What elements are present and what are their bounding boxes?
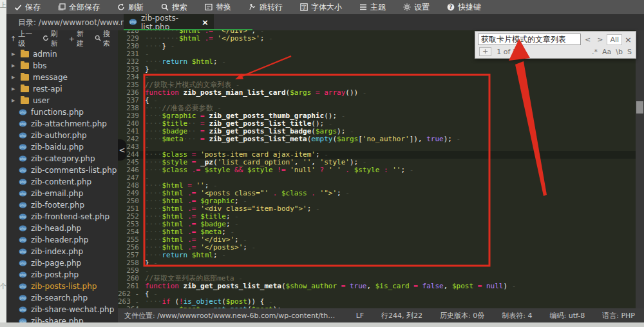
chevron-right-icon[interactable]: ▶ [12, 98, 17, 103]
code-line-261[interactable]: 261function zib_get_posts_list_meta($sho… [118, 282, 636, 290]
tree-file-zib-category.php[interactable]: phpzib-category.php [6, 153, 118, 164]
folder-label: message [33, 73, 68, 82]
svg-text:php: php [20, 203, 26, 208]
background-window-text: 上 [0, 1, 6, 10]
sidebar-refresh-button[interactable]: 刷新 [43, 30, 62, 48]
settings-icon [403, 3, 411, 11]
tree-file-zib-posts-list.php[interactable]: phpzib-posts-list.php [6, 281, 118, 292]
save-button[interactable]: 保存 [14, 2, 41, 13]
php-icon: php [19, 260, 27, 266]
file-label: zib-attachment.php [31, 119, 107, 128]
search-button[interactable]: 搜索 [161, 2, 187, 13]
tree-file-zib-email.php[interactable]: phpzib-email.php [6, 188, 118, 199]
save-all-button[interactable]: 全部保存 [58, 2, 100, 13]
tree-file-functions.php[interactable]: phpfunctions.php [6, 106, 118, 118]
tree-file-zib-header.php[interactable]: phpzib-header.php [6, 234, 118, 246]
sidebar-collapse-handle[interactable]: < [118, 139, 126, 161]
chevron-right-icon[interactable]: ▶ [12, 75, 17, 80]
status-history: 历史版本: 0份 [440, 311, 484, 321]
code-line-242[interactable]: 242····$meta··· = zib_get_posts_list_met… [118, 135, 636, 143]
tree-file-zib-footer.php[interactable]: phpzib-footer.php [6, 199, 118, 211]
tab-close-icon[interactable]: × [202, 17, 209, 27]
tree-file-zib-frontend-set.php[interactable]: phpzib-frontend-set.php [6, 211, 118, 223]
case-toggle[interactable]: Aa [602, 48, 611, 56]
regex-toggle[interactable]: .* [592, 48, 598, 56]
line-content: ····} - [145, 43, 175, 50]
word-toggle[interactable]: \b [616, 48, 623, 56]
search-next-button[interactable]: > [594, 35, 605, 45]
code-line-246[interactable]: 246····$class .= $style && $style != 'nu… [118, 166, 636, 174]
search-all-button[interactable]: All [607, 34, 622, 45]
code-line-236[interactable]: 236function zib_posts_mian_list_card($ar… [118, 89, 636, 97]
code-line-257[interactable]: 257····return $html; - [118, 252, 636, 259]
svg-text:php: php [20, 319, 26, 322]
code-line-258[interactable]: 258} - [118, 259, 636, 267]
font-size-icon: 字 [300, 3, 308, 11]
save-icon [14, 4, 22, 11]
editor-scrollbar-thumb[interactable] [636, 101, 643, 114]
php-icon: php [19, 155, 27, 162]
file-label: zib-email.php [31, 189, 83, 198]
chevron-right-icon[interactable]: ▶ [12, 86, 17, 92]
refresh-button[interactable]: 刷新 [117, 2, 144, 13]
file-label: zib-index.php [31, 247, 83, 256]
svg-text:php: php [20, 157, 26, 161]
sidebar-search-button[interactable]: 搜索 [95, 30, 114, 48]
line-content: ····$class .= $style && $style != 'null'… [145, 166, 413, 174]
tree-file-zib-baidu.php[interactable]: phpzib-baidu.php [6, 141, 118, 153]
tree-folder-admin[interactable]: ▶admin [6, 48, 118, 60]
refresh-label: 刷新 [128, 2, 144, 13]
editor-window: 上 个 保存 全部保存 刷新 搜索 替换 跳转行 字 字体大小 [0, 0, 644, 327]
tree-file-zib-share.php[interactable]: phpzib-share.php [6, 315, 118, 322]
php-icon: php [19, 213, 27, 220]
tree-folder-message[interactable]: ▶message [6, 72, 118, 83]
up-level-button[interactable]: ↑ 上一级 [10, 30, 35, 48]
tree-file-zib-post.php[interactable]: phpzib-post.php [6, 269, 118, 281]
file-label: zib-head.php [31, 224, 81, 233]
new-file-button[interactable]: + 新建 [69, 30, 88, 48]
code-editor[interactable]: 228········$html .= '</div>'; -229······… [118, 30, 636, 308]
tree-folder-user[interactable]: ▶user [6, 95, 118, 106]
tree-file-zib-index.php[interactable]: phpzib-index.php [6, 246, 118, 257]
tree-file-zib-head.php[interactable]: phpzib-head.php [6, 223, 118, 234]
svg-text:php: php [20, 168, 26, 173]
status-encoding: 编码: utf-8 [550, 311, 585, 321]
search-panel-row1: < > All × [475, 32, 636, 46]
tree-file-zib-page.php[interactable]: phpzib-page.php [6, 257, 118, 269]
php-icon: php [19, 237, 27, 243]
tree-file-zib-comments-list.php[interactable]: phpzib-comments-list.php [6, 164, 118, 176]
status-eol: LF [356, 312, 364, 320]
tree-folder-bbs[interactable]: ▶bbs [6, 60, 118, 72]
shortcuts-button[interactable]: ? 快捷键 [447, 2, 481, 13]
goto-line-button[interactable]: 跳转行 [249, 2, 283, 13]
search-close-icon[interactable]: × [623, 35, 633, 45]
svg-text:php: php [20, 192, 26, 196]
search-add-button[interactable]: + [479, 47, 491, 56]
line-content: function zib_get_posts_list_meta($show_a… [145, 282, 516, 290]
tree-file-zib-search.php[interactable]: phpzib-search.php [6, 292, 118, 304]
file-label: zib-comments-list.php [31, 166, 117, 175]
file-label: zib-share.php [31, 317, 84, 322]
tab-zib-posts-list[interactable]: php zib-posts-list.php × [124, 14, 214, 30]
search-input[interactable] [478, 34, 581, 45]
font-size-button[interactable]: 字 字体大小 [300, 2, 342, 13]
folder-label: bbs [33, 61, 47, 70]
editor-scrollbar-track[interactable] [636, 30, 644, 308]
theme-button[interactable]: 主题 [359, 2, 386, 13]
code-line-233[interactable]: 233} - [118, 66, 636, 74]
php-icon: php [19, 318, 27, 322]
tree-file-zib-attachment.php[interactable]: phpzib-attachment.php [6, 118, 118, 130]
tree-folder-rest-api[interactable]: ▶rest-api [6, 83, 118, 95]
chevron-right-icon[interactable]: ▶ [12, 52, 17, 57]
tree-file-zib-author.php[interactable]: phpzib-author.php [6, 130, 118, 141]
tree-file-zib-share-wechat.php[interactable]: phpzib-share-wechat.php [6, 304, 118, 315]
php-icon: php [19, 179, 27, 185]
replace-button[interactable]: 替换 [205, 2, 231, 13]
selection-toggle[interactable]: S [627, 48, 632, 56]
settings-button[interactable]: 设置 [403, 2, 430, 13]
tree-file-zib-content.php[interactable]: phpzib-content.php [6, 176, 118, 188]
svg-text:php: php [20, 308, 26, 312]
search-prev-button[interactable]: < [582, 35, 593, 45]
code-line-232[interactable]: 232····return $html; - [118, 58, 636, 66]
chevron-right-icon[interactable]: ▶ [12, 63, 17, 68]
